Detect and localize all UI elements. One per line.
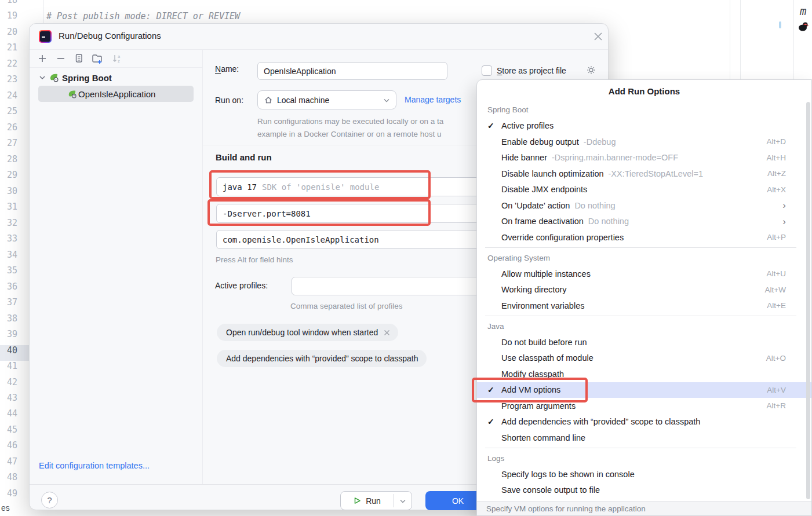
gutter-line-number: 44 [0, 408, 29, 424]
gutter-line-number: 19 [0, 10, 29, 27]
menu-item-label: On 'Update' action [501, 201, 570, 210]
menu-item-label: Allow multiple instances [501, 269, 591, 279]
chip-add-provided-deps[interactable]: Add dependencies with “provided” scope t… [217, 350, 427, 367]
help-button[interactable]: ? [41, 492, 58, 508]
active-profiles-label: Active profiles: [215, 281, 268, 290]
menu-item-label: Use classpath of module [501, 353, 593, 363]
menu-item-active-profiles[interactable]: ✓Active profiles [477, 118, 811, 134]
add-icon[interactable] [37, 53, 48, 64]
annotation-box-vm-options-field [207, 199, 431, 226]
gutter-line-number: 25 [0, 106, 29, 122]
menu-item-label: Enable debug output [501, 137, 579, 147]
run-on-helper-line2: example in a Docker Container or on a re… [257, 130, 441, 138]
menu-item-shortcut: Alt+W [765, 286, 786, 294]
chip-open-tool-window[interactable]: Open run/debug tool window when started [217, 324, 398, 341]
popup-menu-items: Spring Boot✓Active profilesEnable debug … [477, 102, 811, 498]
menu-item-do-not-build-before-run[interactable]: Do not build before run [477, 334, 811, 350]
gutter-line-number: 32 [0, 218, 29, 234]
gutter-line-number: 18 [0, 0, 29, 11]
menu-item-override-configuration-properties[interactable]: Override configuration propertiesAlt+P [477, 229, 811, 246]
statusbar-partial-text: es [1, 503, 10, 513]
popup-scrollbar[interactable] [806, 102, 810, 499]
menu-item-label: Environment variables [501, 301, 584, 310]
menu-item-disable-jmx-endpoints[interactable]: Disable JMX endpointsAlt+X [477, 182, 811, 198]
menu-item-save-console-output-to-file[interactable]: Save console output to file [477, 482, 811, 499]
close-icon[interactable] [592, 30, 605, 43]
menu-item-label: Active profiles [501, 121, 554, 130]
menu-item-shortcut: Alt+D [767, 137, 786, 146]
store-as-project-file-checkbox[interactable] [482, 65, 492, 76]
gutter-line-number: 23 [0, 74, 29, 90]
gutter-line-number: 31 [0, 202, 29, 218]
checkmark-icon: ✓ [487, 121, 501, 130]
menu-section-operating-system: Operating System [477, 250, 811, 266]
menu-item-shortcut: Alt+H [767, 153, 786, 162]
intellij-logo-icon [39, 30, 52, 43]
menu-item-allow-multiple-instances[interactable]: Allow multiple instancesAlt+U [477, 266, 811, 282]
menu-item-label: Shorten command line [501, 433, 585, 442]
menu-item-hint: Do nothing [588, 217, 629, 226]
editor-divider-1 [730, 0, 730, 79]
gutter-line-number: 36 [0, 281, 29, 298]
menu-divider [477, 446, 811, 451]
menu-item-environment-variables[interactable]: Environment variablesAlt+E [477, 298, 811, 314]
gutter-line-number: 43 [0, 393, 29, 409]
manage-targets-link[interactable]: Manage targets [405, 95, 461, 104]
menu-item-label: Working directory [501, 285, 567, 294]
gutter-line-number: 27 [0, 138, 29, 154]
menu-item-specify-logs-to-be-shown-in-console[interactable]: Specify logs to be shown in console [477, 466, 811, 482]
menu-item-label: Hide banner [501, 153, 547, 162]
tree-item-openisleapplication[interactable]: OpenIsleApplication [38, 86, 194, 102]
menu-item-label: Disable launch optimization [501, 169, 604, 178]
svg-text:z: z [118, 58, 120, 64]
gutter-line-number: 47 [0, 456, 29, 473]
menu-item-hint: -Dspring.main.banner-mode=OFF [552, 153, 678, 162]
edit-configuration-templates-link[interactable]: Edit configuration templates... [39, 461, 150, 470]
annotation-box-jre-field [209, 170, 431, 199]
popup-title: Add Run Options [477, 80, 811, 102]
gutter-line-number: 35 [0, 265, 29, 281]
new-folder-icon[interactable] [91, 53, 103, 64]
screen: 1819202122232425262728293031323334353637… [0, 0, 812, 516]
gutter-line-number: 20 [0, 27, 29, 43]
run-button[interactable]: Run [340, 491, 412, 510]
gutter-line-number: 34 [0, 250, 29, 266]
menu-item-working-directory[interactable]: Working directoryAlt+W [477, 282, 811, 298]
remove-icon[interactable] [55, 53, 67, 64]
run-on-label: Run on: [215, 96, 243, 105]
gear-icon[interactable] [586, 65, 596, 75]
menu-divider [477, 246, 811, 250]
field-hints-note: Press Alt for field hints [216, 255, 293, 264]
menu-item-enable-debug-output[interactable]: Enable debug output-DdebugAlt+D [477, 134, 811, 150]
menu-item-add-dependencies-with-provided-scope-to-classpath[interactable]: ✓Add dependencies with “provided” scope … [477, 414, 811, 430]
menu-item-shorten-command-line[interactable]: Shorten command line [477, 430, 811, 446]
name-input[interactable]: OpenIsleApplication [257, 62, 447, 80]
main-class-field[interactable]: com.openisle.OpenIsleApplication [216, 230, 511, 249]
menu-item-on-update-action[interactable]: On 'Update' actionDo nothing› [477, 197, 811, 214]
menu-item-disable-launch-optimization[interactable]: Disable launch optimization-XX:TieredSto… [477, 166, 811, 182]
home-icon [264, 96, 273, 105]
menu-item-label: Specify logs to be shown in console [501, 470, 635, 479]
menu-item-hide-banner[interactable]: Hide banner-Dspring.main.banner-mode=OFF… [477, 150, 811, 166]
menu-item-hint: -XX:TieredStopAtLevel=1 [609, 169, 704, 178]
sort-az-icon[interactable]: a z [111, 53, 122, 64]
gutter-line-number: 48 [0, 472, 29, 488]
spring-boot-icon [49, 72, 59, 83]
gutter-separator [43, 0, 44, 23]
tree-group-spring-boot[interactable]: Spring Boot [39, 70, 112, 85]
run-button-label: Run [366, 496, 381, 506]
copy-icon[interactable] [72, 53, 84, 64]
gutter-line-number: 28 [0, 154, 29, 170]
scrollbar-mark [779, 21, 781, 28]
annotation-box-add-vm-options [472, 378, 588, 402]
run-dropdown-chevron[interactable] [394, 492, 412, 510]
gutter-line-number: 39 [0, 329, 29, 345]
menu-item-label: Disable JMX endpoints [501, 185, 587, 194]
play-icon [354, 497, 361, 504]
run-on-select[interactable]: Local machine [257, 90, 396, 109]
menu-item-shortcut: Alt+R [767, 401, 786, 410]
menu-item-on-frame-deactivation[interactable]: On frame deactivationDo nothing› [477, 214, 811, 230]
configurations-toolbar: a z [30, 49, 202, 68]
run-on-value: Local machine [277, 96, 329, 105]
menu-item-use-classpath-of-module[interactable]: Use classpath of moduleAlt+O [477, 350, 811, 367]
